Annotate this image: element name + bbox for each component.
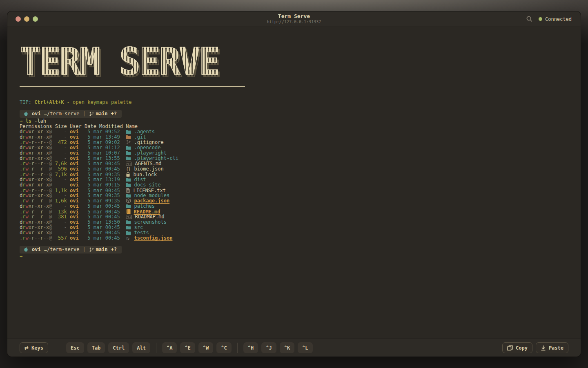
- file-user: ovi: [70, 182, 82, 188]
- file-date: 5 mar 13:49: [85, 134, 123, 140]
- copy-button[interactable]: Copy: [502, 342, 532, 353]
- key-button-ctrl-l[interactable]: ^L: [298, 342, 312, 353]
- key-button-ctrl-e[interactable]: ^E: [180, 342, 195, 353]
- key-button-alt[interactable]: Alt: [132, 342, 150, 353]
- markdown-icon: [126, 161, 132, 166]
- file-permissions: drwxr-xr-x@: [20, 182, 52, 188]
- prompt-git-status: +?: [111, 247, 117, 252]
- file-size: 7,6k: [55, 161, 67, 166]
- file-permissions: drwxr-xr-x@: [20, 230, 52, 236]
- paste-label: Paste: [549, 345, 564, 351]
- file-name: .playwright: [134, 150, 166, 156]
- file-user: ovi: [70, 150, 82, 156]
- key-button-ctrl-h[interactable]: ^H: [243, 342, 258, 353]
- listing-row: drwxr-xr-x@ - ovi 5 mar 09:15 docs-site: [20, 182, 568, 188]
- file-name[interactable]: package.json: [134, 198, 169, 204]
- file-user: ovi: [70, 193, 82, 198]
- key-button-ctrl-k[interactable]: ^K: [280, 342, 294, 353]
- terminal-window: Term Serve http://127.0.0.1:31337 Connec…: [7, 11, 581, 357]
- file-date: 5 mar 00:45: [85, 161, 123, 166]
- key-button-ctrl[interactable]: Ctrl: [108, 342, 129, 353]
- minimize-button[interactable]: [24, 16, 29, 22]
- file-permissions: drwxr-xr-x@: [20, 145, 52, 150]
- file-user: ovi: [70, 166, 82, 172]
- copy-icon: [507, 345, 513, 351]
- prompt-branch: main: [96, 247, 108, 252]
- file-date: 5 mar 00:45: [85, 203, 123, 209]
- file-size: -: [55, 182, 67, 188]
- file-permissions: .rw-r--r--@: [20, 161, 52, 166]
- prompt-user: ovi: [32, 111, 41, 117]
- zoom-button[interactable]: [33, 16, 38, 22]
- server-url: http://127.0.0.1:31337: [267, 20, 321, 25]
- col-size: Size: [55, 123, 67, 129]
- package-icon: [126, 198, 131, 204]
- file-permissions: .rw-r--r--@: [20, 214, 52, 220]
- prompt-separator: |: [82, 111, 85, 117]
- prompt-separator: |: [82, 247, 85, 252]
- file-user: ovi: [70, 214, 82, 220]
- prompt-branch: main: [96, 111, 108, 117]
- file-size: -: [55, 177, 67, 182]
- file-user: ovi: [70, 177, 82, 182]
- key-button-ctrl-j[interactable]: ^J: [261, 342, 276, 353]
- file-date: 5 mar 09:02: [85, 139, 123, 145]
- search-icon[interactable]: [526, 16, 533, 22]
- typescript-icon: TS: [126, 235, 131, 241]
- key-button-tab[interactable]: Tab: [87, 342, 105, 353]
- file-name: screenshots: [134, 219, 166, 225]
- file-name: .gitignore: [134, 139, 163, 145]
- file-name: .playwright-cli: [134, 155, 178, 161]
- file-user: ovi: [70, 230, 82, 236]
- file-date: 5 mar 09:35: [85, 198, 123, 204]
- file-permissions: drwxr-xr-x@: [20, 155, 52, 161]
- file-name: dist: [134, 177, 146, 182]
- banner-rule-top: [20, 37, 245, 37]
- file-user: ovi: [70, 139, 82, 145]
- file-name: .opencode: [134, 145, 160, 150]
- keys-button[interactable]: ⇄Keys: [20, 342, 48, 353]
- file-permissions: .rw-r--r--@: [20, 139, 52, 145]
- file-date: 5 mar 01:12: [85, 145, 123, 150]
- file-date: 5 mar 13:19: [85, 177, 123, 182]
- file-size: 596: [55, 166, 67, 172]
- input-line[interactable]: →: [20, 254, 568, 259]
- prompt-bar: ovi …/term-serve | main +?: [20, 110, 122, 118]
- folder-icon: [126, 155, 131, 161]
- tip-line: TIP: Ctrl+Alt+K - open keymaps palette: [20, 100, 568, 105]
- col-name: Name: [126, 123, 138, 129]
- key-button-esc[interactable]: Esc: [66, 342, 84, 353]
- key-button-ctrl-a[interactable]: ^A: [162, 342, 177, 353]
- titlebar: Term Serve http://127.0.0.1:31337 Connec…: [7, 11, 581, 27]
- file-permissions: drwxr-xr-x@: [20, 129, 52, 135]
- file-permissions: drwxr-xr-x@: [20, 224, 52, 230]
- file-name[interactable]: tsconfig.json: [134, 235, 172, 241]
- file-user: ovi: [70, 198, 82, 204]
- file-date: 5 mar 00:45: [85, 224, 123, 230]
- listing-row: drwxr-xr-x@ - ovi 5 mar 00:45 patches: [20, 204, 568, 209]
- file-listing: Permissions Size User Date Modified Name…: [20, 124, 568, 241]
- paste-button[interactable]: Paste: [536, 342, 568, 353]
- file-name: src: [134, 224, 143, 230]
- file-name: node_modules: [134, 193, 169, 198]
- file-date: 5 mar 13:50: [85, 219, 123, 225]
- folder-icon: [126, 177, 131, 182]
- keys-label: Keys: [31, 345, 43, 351]
- file-size: -: [55, 155, 67, 161]
- file-date: 5 mar 09:52: [85, 129, 123, 135]
- key-button-ctrl-c[interactable]: ^C: [216, 342, 231, 353]
- file-user: ovi: [70, 203, 82, 209]
- key-button-ctrl-w[interactable]: ^W: [198, 342, 213, 353]
- file-name: AGENTS.md: [135, 161, 161, 166]
- file-user: ovi: [70, 155, 82, 161]
- close-button[interactable]: [16, 16, 21, 22]
- connection-status: Connected: [539, 16, 572, 22]
- file-permissions: drwxr-xr-x@: [20, 150, 52, 156]
- file-permissions: drwxr-xr-x@: [20, 203, 52, 209]
- folder-icon: [126, 182, 131, 188]
- file-size: -: [55, 193, 67, 198]
- file-user: ovi: [70, 224, 82, 230]
- file-name: tests: [134, 230, 149, 236]
- file-user: ovi: [70, 145, 82, 150]
- window-title: Term Serve: [267, 13, 321, 20]
